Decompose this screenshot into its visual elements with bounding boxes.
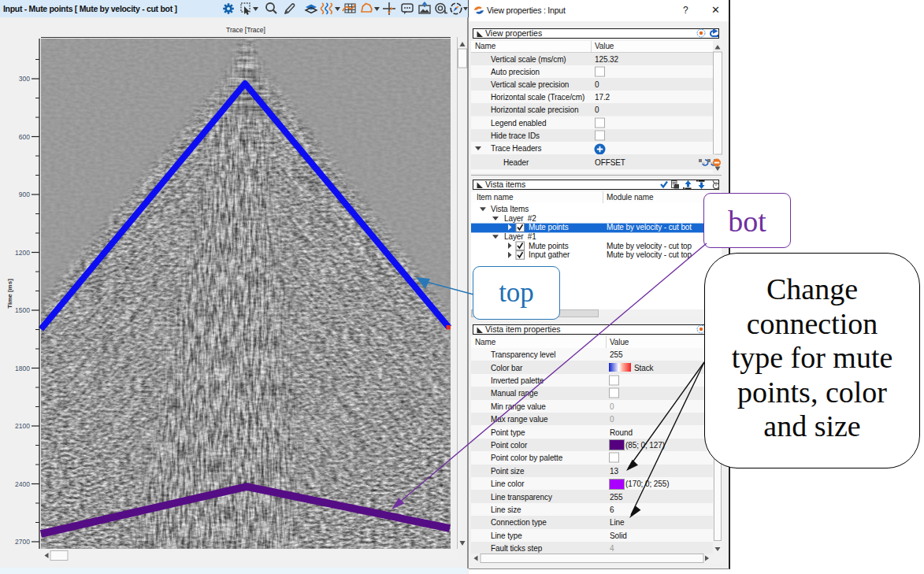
svg-text:2400: 2400 (15, 480, 30, 488)
svg-text:1500: 1500 (15, 306, 30, 314)
svg-text:2100: 2100 (15, 422, 30, 430)
svg-text:Mute points: Mute points (529, 223, 569, 231)
svg-text:300: 300 (19, 75, 30, 83)
svg-text:900: 900 (19, 191, 30, 198)
svg-text:Input gather: Input gather (529, 250, 570, 259)
svg-text:Mute by velocity - cut top: Mute by velocity - cut top (607, 242, 692, 250)
svg-text:Time [ms]: Time [ms] (6, 279, 13, 309)
svg-text:Mute points: Mute points (529, 242, 569, 250)
svg-text:Layer #2: Layer #2 (504, 214, 536, 223)
svg-text:600: 600 (19, 133, 30, 141)
svg-text:Layer #1: Layer #1 (504, 232, 536, 241)
svg-text:Trace [Trace]: Trace [Trace] (226, 26, 265, 34)
svg-text:1200: 1200 (15, 249, 30, 257)
svg-text:Mute by velocity - cut bot: Mute by velocity - cut bot (607, 223, 692, 231)
svg-text:2700: 2700 (15, 538, 30, 546)
svg-text:Vista Items: Vista Items (491, 205, 529, 213)
svg-text:1800: 1800 (15, 365, 30, 372)
svg-text:Mute by velocity - cut top: Mute by velocity - cut top (607, 250, 692, 259)
